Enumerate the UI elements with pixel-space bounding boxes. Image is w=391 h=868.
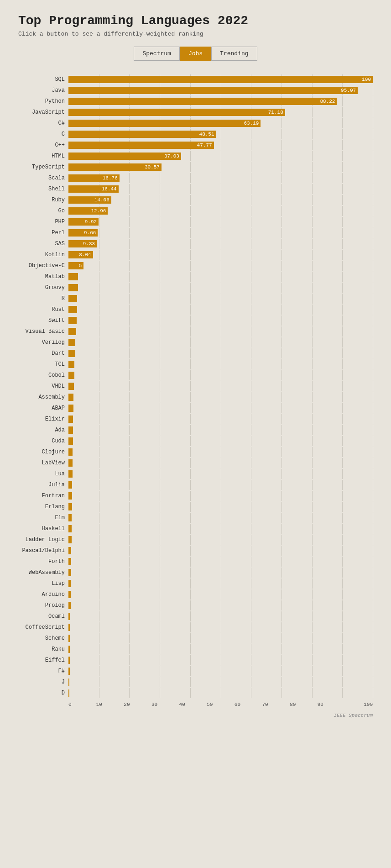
lang-label: HTML (18, 153, 68, 159)
chart-row: SQL100 (18, 74, 373, 84)
lang-label: Groovy (18, 284, 68, 291)
chart-row: LabView (18, 458, 373, 468)
chart-row: Raku (18, 644, 373, 654)
bar (68, 383, 74, 390)
x-axis-tick: 40 (179, 702, 207, 707)
bar (68, 437, 73, 445)
bar-wrapper (68, 644, 373, 654)
chart-row: Forth (18, 557, 373, 567)
chart-row: Lisp (18, 579, 373, 589)
chart-row: Ladder Logic (18, 535, 373, 545)
x-axis-tick: 10 (96, 702, 124, 707)
bar (68, 317, 77, 324)
page-title: Top Programming Languages 2022 (18, 14, 373, 28)
lang-label: TypeScript (18, 164, 68, 170)
spectrum-button[interactable]: Spectrum (134, 47, 179, 61)
bar-wrapper (68, 414, 373, 424)
bar-value: 12.96 (91, 208, 108, 214)
chart-row: Go12.96 (18, 206, 373, 216)
bar-wrapper (68, 633, 373, 643)
bar: 8.04 (68, 251, 93, 258)
lang-label: Forth (18, 558, 68, 565)
bar-wrapper (68, 359, 373, 369)
lang-label: Swift (18, 317, 68, 324)
bar-value: 9.92 (85, 219, 99, 225)
bar: 100 (68, 76, 373, 83)
bar (68, 284, 78, 291)
lang-label: Kotlin (18, 252, 68, 258)
lang-label: Prolog (18, 602, 68, 609)
chart-row: Elixir (18, 414, 373, 424)
lang-label: Cobol (18, 372, 68, 379)
bar (68, 679, 69, 686)
chart-row: Julia (18, 480, 373, 490)
bar-wrapper (68, 655, 373, 665)
chart-container: SQL100Java95.07Python88.22JavaScript71.1… (18, 74, 373, 707)
bar-wrapper (68, 677, 373, 687)
trending-button[interactable]: Trending (211, 47, 257, 61)
x-axis-tick: 100 (345, 702, 373, 707)
lang-label: JavaScript (18, 109, 68, 116)
bar-wrapper (68, 447, 373, 457)
bar-value: 16.76 (103, 175, 120, 181)
chart-row: Visual Basic (18, 326, 373, 337)
bar-wrapper (68, 557, 373, 567)
bar-wrapper: 37.03 (68, 151, 373, 161)
bar-wrapper (68, 546, 373, 556)
lang-label: Ruby (18, 197, 68, 203)
chart-row: C48.51 (18, 129, 373, 139)
chart-row: Ruby14.06 (18, 195, 373, 205)
bar-wrapper (68, 589, 373, 600)
bar-wrapper: 30.57 (68, 162, 373, 172)
bar-wrapper: 63.19 (68, 118, 373, 128)
lang-label: Go (18, 208, 68, 214)
lang-label: PHP (18, 219, 68, 225)
lang-label: Perl (18, 230, 68, 236)
bar (68, 372, 74, 379)
lang-label: Arduino (18, 591, 68, 598)
bar (68, 295, 77, 302)
chart-row: Scala16.76 (18, 173, 373, 183)
bar-value: 48.51 (199, 132, 216, 137)
jobs-button[interactable]: Jobs (180, 47, 211, 61)
bar-value: 47.77 (197, 142, 214, 148)
lang-label: Eiffel (18, 657, 68, 663)
bar-wrapper (68, 535, 373, 545)
bar-value: 95.07 (341, 88, 358, 93)
chart-row: Haskell (18, 524, 373, 534)
bar-wrapper: 88.22 (68, 96, 373, 106)
chart-row: Fortran (18, 491, 373, 501)
lang-label: ABAP (18, 405, 68, 411)
lang-label: Scheme (18, 635, 68, 642)
bar-wrapper (68, 425, 373, 435)
x-axis-tick: 70 (262, 702, 290, 707)
bar: 12.96 (68, 207, 108, 215)
bar: 88.22 (68, 98, 337, 105)
bar (68, 481, 72, 489)
lang-label: Elm (18, 515, 68, 521)
bar-wrapper (68, 502, 373, 512)
bar-wrapper (68, 491, 373, 501)
chart-row: Eiffel (18, 655, 373, 665)
chart-row: JavaScript71.18 (18, 107, 373, 117)
bar (68, 624, 70, 631)
chart-row: Objective-C5 (18, 261, 373, 271)
bar (68, 273, 78, 280)
bar (68, 306, 77, 313)
x-axis-tick: 20 (124, 702, 151, 707)
chart-row: Verilog (18, 337, 373, 347)
chart-row: ABAP (18, 403, 373, 413)
bar-wrapper (68, 568, 373, 578)
x-axis-tick: 0 (68, 702, 96, 707)
x-axis-tick: 80 (290, 702, 318, 707)
bar: 48.51 (68, 131, 216, 138)
lang-label: C++ (18, 142, 68, 148)
chart-row: CoffeeScript (18, 622, 373, 632)
chart-row: Perl9.66 (18, 228, 373, 238)
chart-row: Assembly (18, 392, 373, 402)
chart-row: Elm (18, 513, 373, 523)
bar-wrapper (68, 469, 373, 479)
bar (68, 328, 76, 335)
bar: 16.44 (68, 185, 119, 193)
chart-row: Cobol (18, 370, 373, 380)
